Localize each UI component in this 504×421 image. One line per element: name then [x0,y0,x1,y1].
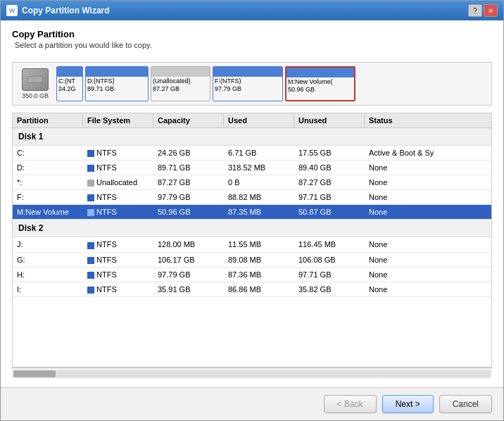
disk-visual: 350.0 GB C:(NT24.2G D:(NTFS)89.71 GB (Un… [12,62,492,106]
disk-image [22,68,49,91]
next-button[interactable]: Next > [382,395,434,413]
cell-status: None [365,253,491,267]
cell-unused: 50.87 GB [294,205,365,219]
cell-used: 88.82 MB [224,190,294,204]
cell-used: 87.35 MB [224,205,294,219]
group-header-disk1: Disk 1 [13,128,491,146]
fs-icon [87,209,94,216]
table-row[interactable]: G: NTFS 106.17 GB 89.08 MB 106.08 GB Non… [13,253,491,268]
header-section: Copy Partition Select a partition you wo… [12,29,492,49]
help-button[interactable]: ? [468,4,482,17]
page-subtitle: Select a partition you would like to cop… [12,41,492,49]
partition-table: Partition File System Capacity Used Unus… [12,113,492,367]
footer: < Back Next > Cancel [1,387,503,420]
cell-unused: 89.40 GB [294,161,365,175]
part-bar-m [286,68,354,77]
table-row[interactable]: I: NTFS 35.91 GB 86.86 MB 35.82 GB None [13,282,491,297]
partition-block-c[interactable]: C:(NT24.2G [56,66,83,101]
cell-used: 6.71 GB [224,146,294,160]
cell-partition: C: [13,146,83,160]
cell-partition: M:New Volume [13,205,83,219]
cell-used: 11.55 MB [224,237,294,251]
table-row[interactable]: M:New Volume NTFS 50.96 GB 87.35 MB 50.8… [13,205,491,220]
col-header-partition: Partition [13,113,83,127]
table-row[interactable]: J: NTFS 128.00 MB 11.55 MB 116.45 MB Non… [13,237,491,252]
page-title: Copy Partition [12,29,492,39]
partition-block-unalloc[interactable]: (Unallocated)87.27 GB [151,66,210,101]
back-button[interactable]: < Back [324,395,377,413]
part-label-unalloc: (Unallocated)87.27 GB [151,77,210,94]
cell-capacity: 89.71 GB [153,161,224,175]
partition-block-d[interactable]: D:(NTFS)89.71 GB [85,66,149,101]
fs-icon [87,287,94,294]
fs-icon-unalloc [87,180,94,187]
cell-capacity: 97.79 GB [153,268,224,282]
cell-capacity: 50.96 GB [153,205,224,219]
fs-icon [87,150,94,157]
cell-capacity: 24.26 GB [153,146,224,160]
cell-partition: H: [13,268,83,282]
cell-partition: J: [13,237,83,251]
title-bar-buttons: ? ✕ [468,4,498,17]
table-row[interactable]: C: NTFS 24.26 GB 6.71 GB 17.55 GB Active… [13,146,491,161]
cell-used: 87.36 MB [224,268,294,282]
window-title: Copy Partition Wizard [22,6,110,15]
table-row[interactable]: F: NTFS 97.79 GB 88.82 MB 97.71 GB None [13,190,491,205]
cell-used: 0 B [224,175,294,189]
main-window: W Copy Partition Wizard ? ✕ Copy Partiti… [0,0,504,421]
cell-status: None [365,190,491,204]
part-label-f: F:(NTFS)97.79 GB [213,77,282,94]
col-header-used: Used [224,113,294,127]
cell-partition: F: [13,190,83,204]
fs-icon [87,242,94,249]
cell-partition: I: [13,282,83,296]
table-body[interactable]: Disk 1 C: NTFS 24.26 GB 6.71 GB 17.55 GB… [13,128,491,367]
part-label-d: D:(NTFS)89.71 GB [86,77,148,94]
partition-block-f[interactable]: F:(NTFS)97.79 GB [213,66,283,101]
cell-status: Active & Boot & Sy [365,146,491,160]
cancel-button[interactable]: Cancel [439,395,492,413]
cell-unused: 35.82 GB [294,282,365,296]
cell-capacity: 106.17 GB [153,253,224,267]
cell-filesystem: Unallocated [83,175,153,189]
cell-capacity: 35.91 GB [153,282,224,296]
title-bar: W Copy Partition Wizard ? ✕ [1,1,503,20]
cell-partition: D: [13,161,83,175]
cell-unused: 106.08 GB [294,253,365,267]
col-header-status: Status [365,113,491,127]
cell-capacity: 97.79 GB [153,190,224,204]
cell-capacity: 128.00 MB [153,237,224,251]
cell-unused: 116.45 MB [294,237,365,251]
table-row[interactable]: D: NTFS 89.71 GB 318.52 MB 89.40 GB None [13,161,491,175]
title-bar-left: W Copy Partition Wizard [6,5,110,16]
cell-status: None [365,161,491,175]
table-row[interactable]: H: NTFS 97.79 GB 87.36 MB 97.71 GB None [13,268,491,282]
cell-filesystem: NTFS [83,146,153,160]
fs-icon [87,257,94,264]
fs-icon [87,165,94,172]
table-row[interactable]: *: Unallocated 87.27 GB 0 B 87.27 GB Non… [13,175,491,190]
part-label-m: M:New Volume(50.96 GB [286,77,354,94]
cell-filesystem: NTFS [83,237,153,251]
part-bar-d [86,67,148,77]
cell-unused: 17.55 GB [294,146,365,160]
cell-partition: G: [13,253,83,267]
cell-status: None [365,205,491,219]
close-button[interactable]: ✕ [484,4,498,17]
cell-filesystem: NTFS [83,205,153,219]
scroll-thumb[interactable] [13,370,56,377]
cell-unused: 97.71 GB [294,268,365,282]
disk-size-label: 350.0 GB [22,92,49,99]
partition-blocks: C:(NT24.2G D:(NTFS)89.71 GB (Unallocated… [56,65,487,102]
cell-used: 86.86 MB [224,282,294,296]
horizontal-scrollbar[interactable] [12,367,492,379]
part-bar-c [57,67,82,77]
cell-unused: 87.27 GB [294,175,365,189]
group-header-disk2: Disk 2 [13,220,491,237]
cell-used: 318.52 MB [224,161,294,175]
main-content: Copy Partition Select a partition you wo… [1,20,503,387]
cell-used: 89.08 MB [224,253,294,267]
cell-filesystem: NTFS [83,190,153,204]
cell-status: None [365,237,491,251]
partition-block-m[interactable]: M:New Volume(50.96 GB [285,66,355,101]
